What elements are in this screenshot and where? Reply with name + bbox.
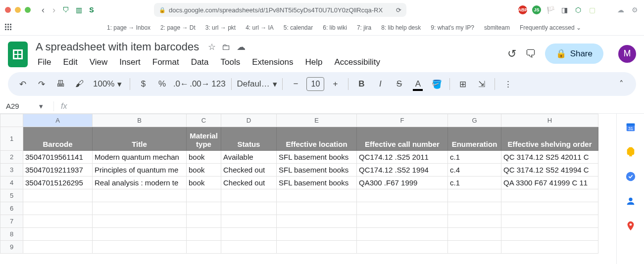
row-header[interactable]: 1 [0, 127, 23, 151]
bookmark-item[interactable]: 8: lib help desk [381, 24, 421, 31]
strikethrough-button[interactable]: S [391, 76, 407, 92]
bookmark-item[interactable]: 2: page → Dt [160, 24, 196, 31]
cell[interactable] [277, 189, 357, 202]
menu-insert[interactable]: Insert [114, 55, 146, 69]
row-header[interactable]: 9 [0, 241, 23, 254]
cell[interactable]: Checked out [221, 176, 277, 189]
shield-icon[interactable]: ⛉ [61, 5, 70, 14]
cell[interactable] [221, 202, 277, 215]
select-all-corner[interactable] [0, 114, 23, 127]
text-color-button[interactable]: A [410, 76, 426, 92]
col-header-g[interactable]: G [448, 114, 501, 127]
move-folder-icon[interactable]: 🗀 [222, 42, 231, 52]
menu-help[interactable]: Help [300, 55, 327, 69]
ublock-shield-icon[interactable]: ◨ [560, 5, 569, 14]
cell[interactable] [93, 202, 187, 215]
italic-button[interactable]: I [372, 76, 388, 92]
cell[interactable] [277, 241, 357, 254]
maps-icon[interactable] [625, 220, 636, 231]
sheets-logo-icon[interactable] [8, 42, 28, 67]
more-button[interactable]: ⋮ [500, 76, 516, 92]
cell[interactable] [23, 215, 93, 228]
row-header[interactable]: 5 [0, 189, 23, 202]
cell[interactable] [277, 215, 357, 228]
redo-button[interactable]: ↷ [34, 76, 50, 92]
cell[interactable] [93, 241, 187, 254]
cell[interactable] [357, 202, 448, 215]
cell[interactable]: Modern quantum mechan [93, 151, 187, 164]
cell[interactable] [501, 241, 598, 254]
menu-accessibility[interactable]: Accessibility [329, 55, 385, 69]
bookmark-item[interactable]: 7: jira [357, 24, 371, 31]
name-box[interactable]: A29 ▾ [4, 102, 53, 111]
cell[interactable]: Real analysis : modern te [93, 176, 187, 189]
bookmark-item[interactable]: 4: url → IA [246, 24, 274, 31]
cell[interactable] [221, 241, 277, 254]
cell[interactable] [23, 189, 93, 202]
back-button[interactable]: ‹ [40, 5, 47, 15]
cell[interactable] [357, 241, 448, 254]
col-header-c[interactable]: C [187, 114, 221, 127]
bookmark-item[interactable]: 1: page → Inbox [107, 24, 150, 31]
cell[interactable]: QC 3174.12 S52 41994 C [501, 164, 598, 176]
col-header-d[interactable]: D [221, 114, 277, 127]
decrease-font-button[interactable]: − [288, 76, 303, 92]
cell[interactable] [357, 215, 448, 228]
paint-format-button[interactable]: 🖌 [71, 76, 87, 92]
square-icon[interactable]: ▢ [588, 5, 596, 14]
js-icon[interactable]: JS [532, 5, 541, 14]
print-button[interactable]: 🖶 [52, 76, 68, 92]
cell[interactable]: c.1 [448, 176, 501, 189]
increase-font-button[interactable]: + [327, 76, 343, 92]
green-hex-icon[interactable]: ⬡ [574, 5, 583, 14]
page-icon[interactable]: ▥ [74, 5, 83, 14]
merge-cells-button[interactable]: ⇲ [474, 76, 490, 92]
menu-extensions[interactable]: Extensions [247, 55, 298, 69]
cell[interactable]: Available [221, 151, 277, 164]
cell[interactable] [187, 202, 221, 215]
bookmark-item[interactable]: 3: url → pkt [205, 24, 236, 31]
calendar-icon[interactable]: 31 [625, 122, 636, 132]
zoom-selector[interactable]: 100%▾ [90, 79, 125, 89]
borders-button[interactable]: ⊞ [455, 76, 471, 92]
cell[interactable]: SFL basement books [277, 164, 357, 176]
cell[interactable] [501, 189, 598, 202]
cloud-icon[interactable]: ☁ [616, 5, 625, 14]
cell[interactable] [187, 189, 221, 202]
row-header[interactable]: 7 [0, 215, 23, 228]
cell[interactable] [187, 228, 221, 241]
cell[interactable]: QC174.12 .S52 1994 [357, 164, 448, 176]
menu-data[interactable]: Data [186, 55, 214, 69]
cell[interactable] [448, 202, 501, 215]
cell[interactable]: QC 3174.12 S25 42011 C [501, 151, 598, 164]
account-avatar[interactable]: M [618, 45, 636, 63]
row-header[interactable]: 2 [0, 151, 23, 164]
bookmark-item[interactable]: 9: what's my IP? [431, 24, 474, 31]
contacts-icon[interactable] [625, 196, 636, 207]
close-window-icon[interactable] [5, 7, 11, 13]
collapse-toolbar-button[interactable]: ˄ [613, 76, 629, 92]
font-size-input[interactable]: 10 [306, 77, 324, 91]
undo-button[interactable]: ↶ [15, 76, 31, 92]
cell[interactable]: book [187, 151, 221, 164]
cell[interactable]: QC174.12 .S25 2011 [357, 151, 448, 164]
cell[interactable] [93, 189, 187, 202]
cell[interactable]: 35047015126295 [23, 176, 93, 189]
document-title[interactable]: A spreadsheet with item barcodes [33, 40, 202, 54]
cell[interactable] [277, 202, 357, 215]
s-icon[interactable]: S [87, 5, 96, 14]
row-header[interactable]: 4 [0, 176, 23, 189]
cell[interactable]: c.1 [448, 151, 501, 164]
bookmark-item[interactable]: 5: calendar [284, 24, 313, 31]
increase-decimal-button[interactable]: .00→ [192, 76, 207, 92]
cell[interactable] [501, 228, 598, 241]
history-icon[interactable]: ↺ [507, 47, 516, 60]
cell[interactable] [221, 228, 277, 241]
header-cell[interactable]: Effective shelving order [501, 127, 598, 151]
bookmark-item[interactable]: 6: lib wiki [323, 24, 347, 31]
cell[interactable] [187, 241, 221, 254]
currency-button[interactable]: $ [135, 76, 151, 92]
cell[interactable]: SFL basement books [277, 176, 357, 189]
cell[interactable]: QA 3300 F67 41999 C 11 [501, 176, 598, 189]
abp-icon[interactable]: ABP [518, 5, 527, 14]
